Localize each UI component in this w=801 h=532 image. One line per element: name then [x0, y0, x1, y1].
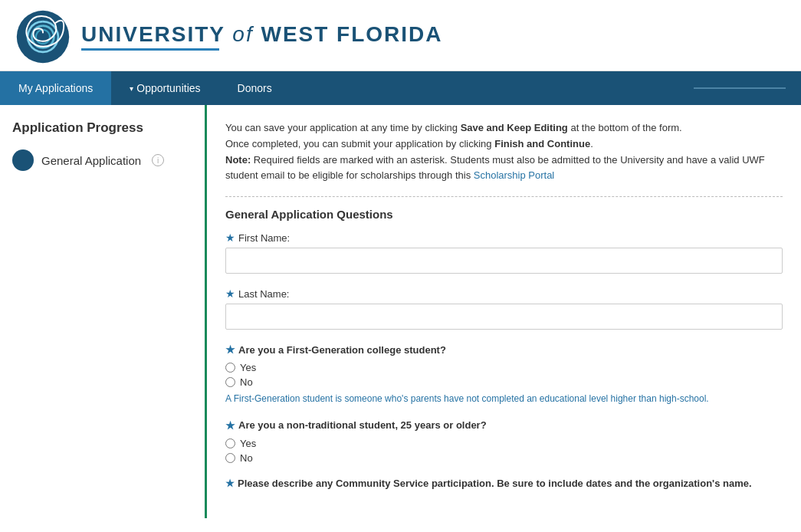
first-name-asterisk: ★ — [225, 232, 235, 244]
nav-opportunities-label: Opportunities — [136, 82, 200, 94]
sidebar: Application Progress General Application… — [0, 105, 207, 518]
first-gen-no-option[interactable]: No — [225, 376, 783, 388]
sidebar-title: Application Progress — [12, 120, 192, 136]
first-gen-yes-radio[interactable] — [225, 363, 235, 373]
info-box: You can save your application at any tim… — [225, 120, 783, 184]
non-traditional-yes-label: Yes — [240, 438, 256, 449]
first-name-input[interactable] — [225, 248, 783, 274]
first-gen-no-radio[interactable] — [225, 377, 235, 387]
content-area: You can save your application at any tim… — [207, 105, 801, 518]
non-traditional-question-group: ★ Are you a non-traditional student, 25 … — [225, 419, 783, 464]
first-gen-radio-group: Yes No — [225, 362, 783, 388]
non-traditional-no-label: No — [240, 452, 253, 464]
nav-my-applications[interactable]: My Applications — [0, 71, 111, 105]
section-divider — [225, 196, 783, 197]
first-name-field-group: ★ First Name: — [225, 232, 783, 274]
dropdown-arrow-icon: ▾ — [130, 84, 133, 93]
logo-container: UNIVERSITY of WEST FLORIDA — [15, 9, 443, 64]
page-header: UNIVERSITY of WEST FLORIDA — [0, 0, 801, 71]
last-name-label: ★ Last Name: — [225, 287, 783, 300]
first-name-label: ★ First Name: — [225, 232, 783, 244]
sidebar-item-status-circle — [12, 149, 34, 171]
uwf-logo-icon — [15, 9, 71, 64]
first-gen-question-group: ★ Are you a First-Generation college stu… — [225, 343, 783, 406]
community-service-question-group: ★ Please describe any Community Service … — [225, 478, 783, 489]
navigation-bar: My Applications ▾ Opportunities Donors — [0, 71, 801, 105]
nav-search-line — [694, 88, 786, 89]
last-name-field-group: ★ Last Name: — [225, 287, 783, 330]
last-name-input[interactable] — [225, 304, 783, 330]
nav-donors[interactable]: Donors — [219, 71, 291, 105]
nav-my-applications-label: My Applications — [18, 82, 93, 94]
first-gen-hint: A First-Generation student is someone wh… — [225, 392, 783, 406]
info-line1: You can save your application at any tim… — [225, 120, 783, 136]
non-traditional-yes-radio[interactable] — [225, 438, 235, 448]
main-container: Application Progress General Application… — [0, 105, 801, 518]
nav-opportunities[interactable]: ▾ Opportunities — [111, 71, 218, 105]
nav-donors-label: Donors — [238, 82, 272, 94]
info-icon[interactable]: i — [152, 154, 164, 166]
non-traditional-no-option[interactable]: No — [225, 452, 783, 464]
info-note: Note: Required fields are marked with an… — [225, 153, 783, 185]
section-title: General Application Questions — [225, 208, 783, 221]
community-service-label: ★ Please describe any Community Service … — [225, 478, 783, 489]
community-service-asterisk: ★ — [225, 478, 235, 489]
last-name-asterisk: ★ — [225, 287, 235, 300]
non-traditional-asterisk: ★ — [225, 419, 235, 432]
first-gen-label: ★ Are you a First-Generation college stu… — [225, 343, 783, 356]
non-traditional-yes-option[interactable]: Yes — [225, 438, 783, 449]
sidebar-item-label: General Application — [41, 154, 141, 167]
logo-underline — [81, 48, 219, 51]
sidebar-item-general-application[interactable]: General Application i — [12, 149, 192, 171]
non-traditional-radio-group: Yes No — [225, 438, 783, 464]
non-traditional-label: ★ Are you a non-traditional student, 25 … — [225, 419, 783, 432]
first-gen-yes-option[interactable]: Yes — [225, 362, 783, 373]
first-gen-yes-label: Yes — [240, 362, 256, 373]
first-gen-asterisk: ★ — [225, 343, 235, 356]
logo-text: UNIVERSITY of WEST FLORIDA — [81, 23, 443, 51]
first-gen-no-label: No — [240, 376, 253, 388]
info-line2: Once completed, you can submit your appl… — [225, 136, 783, 153]
non-traditional-no-radio[interactable] — [225, 453, 235, 463]
university-name: UNIVERSITY of WEST FLORIDA — [81, 23, 443, 47]
